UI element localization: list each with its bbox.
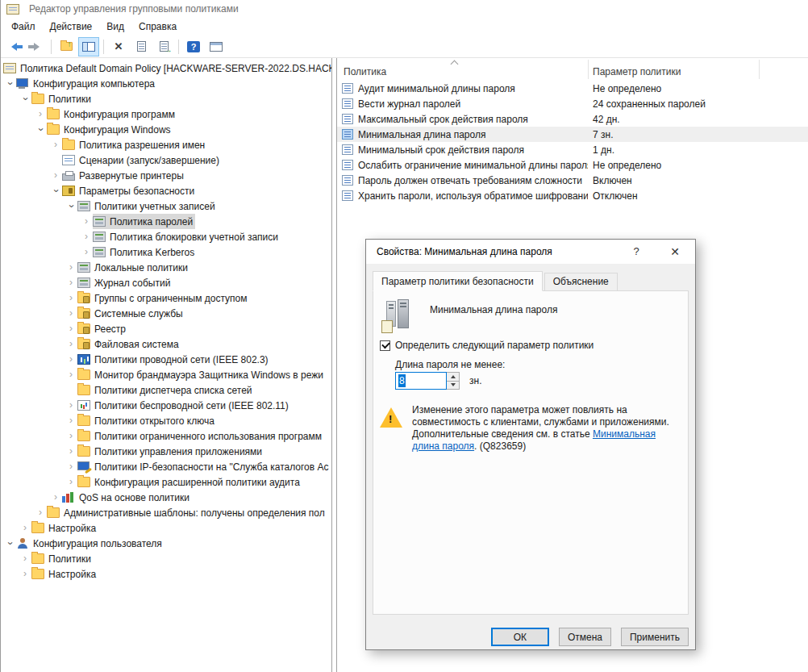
policy-row-min-password-length[interactable]: Минимальная длина пароля7 зн. [337,127,808,142]
tree-item-label[interactable]: Настройка [48,523,96,534]
tree-item-label[interactable]: Развернутые принтеры [79,170,184,182]
tree-item-label[interactable]: Системные службы [94,308,183,319]
tree-item-registry[interactable]: Реестр [1,321,331,336]
export-list-button[interactable] [153,37,174,56]
password-length-input[interactable]: 8 [395,372,447,390]
tree-item-label[interactable]: Сценарии (запуск/завершение) [79,155,219,166]
chevron-collapsed-icon[interactable] [34,106,47,122]
tree-item-user-configuration[interactable]: Конфигурация пользователя [1,536,331,551]
policy-name[interactable]: Минимальная длина пароля [358,129,588,140]
tree-item-user-policies[interactable]: Политики [1,551,331,566]
spin-up-button[interactable] [447,373,459,381]
chevron-collapsed-icon[interactable] [65,459,77,474]
close-icon[interactable]: ✕ [661,240,689,263]
tree-item-software-restriction[interactable]: Политики ограниченного использования про… [1,428,331,444]
tree-item-administrative-templates[interactable]: Административные шаблоны: получены опред… [1,505,331,520]
chevron-collapsed-icon[interactable] [80,229,93,244]
policy-value[interactable]: Включен [593,175,632,186]
chevron-expanded-icon[interactable] [3,76,16,91]
properties-button[interactable] [131,37,152,56]
chevron-collapsed-icon[interactable] [65,444,77,459]
policy-value[interactable]: 7 зн. [593,129,613,140]
tree-item-label[interactable]: Журнал событий [94,278,170,289]
tree-item-label[interactable]: Политики [48,553,91,565]
tree-item-policies[interactable]: Политики [1,91,331,106]
policy-name[interactable]: Минимальный срок действия пароля [358,144,588,156]
tree-item-kerberos-policy[interactable]: Политика Kerberos [1,244,331,260]
cancel-button[interactable]: Отмена [559,628,611,646]
menu-help[interactable]: Справка [131,19,184,35]
column-header-setting[interactable]: Параметр политики [593,66,681,77]
tree-item-label[interactable]: Реестр [94,323,126,335]
tree-item-label[interactable]: Политики учетных записей [94,201,215,212]
tree-item-computer-configuration[interactable]: Конфигурация компьютера [1,76,331,91]
tree-item-label[interactable]: Параметры безопасности [79,186,194,197]
tree-item-label[interactable]: Политики [48,94,91,105]
menu-file[interactable]: Файл [4,19,43,35]
policy-row-complexity[interactable]: Пароль должен отвечать требованиям сложн… [337,173,808,188]
tree-item-label[interactable]: QoS на основе политики [79,492,190,503]
chevron-collapsed-icon[interactable] [49,168,62,183]
tree-item-label[interactable]: Политики открытого ключа [94,415,214,427]
chevron-collapsed-icon[interactable] [65,321,77,336]
dialog-help-button[interactable]: ? [623,240,650,263]
tree-item-network-list-manager[interactable]: Политики диспетчера списка сетей [1,382,331,398]
tree-item-ip-security-policies[interactable]: Политики IP-безопасности на "Служба ката… [1,459,331,474]
apply-button[interactable]: Применить [621,628,689,646]
policy-row-relax-min-length[interactable]: Ослабить ограничение минимальной длины п… [337,157,808,173]
tree-item-label[interactable]: Политика паролей [110,216,193,227]
chevron-collapsed-icon[interactable] [65,260,77,275]
define-policy-checkbox-label[interactable]: Определить следующий параметр политики [395,340,594,351]
tree-item-label[interactable]: Политика разрешения имен [79,140,205,151]
chevron-collapsed-icon[interactable] [65,413,77,428]
tree-item-label[interactable]: Политики IP-безопасности на "Служба ката… [94,461,329,473]
forward-button[interactable] [26,37,47,56]
menu-action[interactable]: Действие [43,19,100,35]
tree-item-label[interactable]: Локальные политики [94,262,188,273]
tree-item-user-preferences[interactable]: Настройка [1,566,331,582]
delete-button[interactable]: ✕ [108,37,129,56]
tree-item-deployed-printers[interactable]: Развернутые принтеры [1,168,331,183]
tree-item-root[interactable]: Политика Default Domain Policy [HACKWARE… [1,61,331,76]
tree-item-restricted-groups[interactable]: Группы с ограниченным доступом [1,290,331,306]
back-button[interactable] [3,37,24,56]
tree-item-label[interactable]: Монитор брандмауэра Защитника Windows в … [94,369,323,381]
chevron-expanded-icon[interactable] [49,183,62,198]
tree-item-label[interactable]: Конфигурация программ [64,109,175,120]
tree-item-label[interactable]: Конфигурация компьютера [33,78,155,90]
policy-name[interactable]: Максимальный срок действия пароля [358,114,588,125]
tree-item-label[interactable]: Политики управления приложениями [94,446,262,457]
tree-item-software-settings[interactable]: Конфигурация программ [1,106,331,122]
chevron-collapsed-icon[interactable] [49,490,62,505]
tree-item-label[interactable]: Административные шаблоны: получены опред… [64,507,325,519]
policy-row-min-password-age[interactable]: Минимальный срок действия пароля1 дн. [337,142,808,157]
tree-item-name-resolution[interactable]: Политика разрешения имен [1,137,331,152]
tree-item-label[interactable]: Конфигурация пользователя [33,538,162,549]
tree-item-label[interactable]: Конфигурация Windows [64,124,171,136]
chevron-expanded-icon[interactable] [34,122,47,137]
menu-view[interactable]: Вид [99,19,131,35]
chevron-collapsed-icon[interactable] [80,214,93,229]
help-button[interactable]: ? [183,37,204,56]
policy-value[interactable]: Не определено [593,160,661,171]
chevron-collapsed-icon[interactable] [65,428,77,444]
tree-item-label[interactable]: Политики беспроводной сети (IEEE 802.11) [94,400,289,411]
tree-item-wired-network[interactable]: Политики проводной сети (IEEE 802.3) [1,352,331,367]
tree-item-account-policies[interactable]: Политики учетных записей [1,198,331,214]
policy-name[interactable]: Пароль должен отвечать требованиям сложн… [358,175,588,186]
tab-explain[interactable]: Объяснение [544,273,618,291]
tree-item-wireless-network[interactable]: Политики беспроводной сети (IEEE 802.11) [1,398,331,413]
chevron-collapsed-icon[interactable] [65,367,77,382]
tree-item-label[interactable]: Политики ограниченного использования про… [94,431,322,442]
chevron-collapsed-icon[interactable] [65,336,77,352]
chevron-collapsed-icon[interactable] [65,474,77,490]
tree-item-label[interactable]: Политики диспетчера списка сетей [94,385,252,396]
chevron-expanded-icon[interactable] [65,198,77,214]
policy-name[interactable]: Вести журнал паролей [358,98,588,110]
tree-item-label[interactable]: Политика Default Domain Policy [HACKWARE… [20,63,331,74]
tree-item-system-services[interactable]: Системные службы [1,306,331,321]
tree-item-policy-based-qos[interactable]: QoS на основе политики [1,490,331,505]
policy-value[interactable]: Отключен [593,190,638,202]
chevron-collapsed-icon[interactable] [65,275,77,290]
tree-item-label[interactable]: Политика блокировки учетной записи [110,232,278,243]
